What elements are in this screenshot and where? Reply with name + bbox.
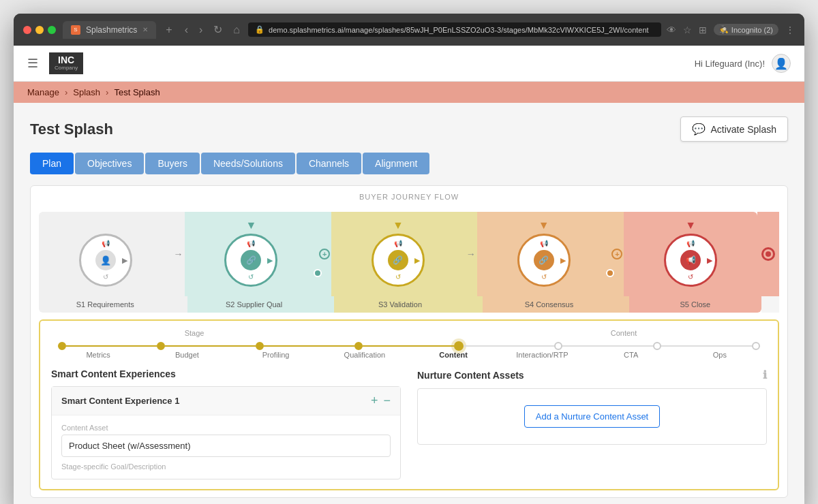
bookmark-icon[interactable]: ☆	[683, 25, 692, 35]
tab-objectives[interactable]: Objectives	[75, 153, 144, 174]
line-4	[363, 345, 453, 347]
stage-s1: 📢 ▶ ↺ 👤	[39, 212, 172, 296]
journey-end	[757, 212, 779, 296]
eye-slash-icon[interactable]: 👁	[667, 25, 676, 35]
browser-tab[interactable]: S Splashmetrics ✕	[63, 21, 156, 39]
breadcrumb-sep-1: ›	[65, 87, 67, 97]
window-controls	[23, 26, 56, 34]
progress-section: Stage Content	[39, 319, 779, 490]
new-tab-button[interactable]: +	[163, 24, 175, 36]
label-ops: Ops	[676, 351, 764, 359]
stage-s5-wheel[interactable]: 📢 ▶ ↺ 📢	[664, 234, 717, 287]
step-content[interactable]	[454, 341, 464, 351]
header-left: ☰ INC Company	[27, 52, 83, 74]
user-avatar-button[interactable]: 👤	[772, 54, 791, 73]
hamburger-menu-button[interactable]: ☰	[27, 56, 38, 71]
step-cta[interactable]	[653, 342, 661, 350]
step-metrics[interactable]	[58, 342, 66, 350]
s4-icon-bottom: ↺	[541, 273, 547, 281]
s4-icon-top: 📢	[540, 240, 548, 247]
s1-center-icon: 👤	[95, 250, 116, 270]
header-right: Hi Lifeguard (Inc)! 👤	[695, 54, 791, 73]
refresh-button[interactable]: ↻	[211, 20, 225, 39]
arrow-s3-s4: →	[465, 212, 477, 296]
activate-splash-button[interactable]: 💬 Activate Splash	[680, 116, 789, 142]
arrow-s4-s5: +	[610, 212, 624, 296]
experience-action-icons: + −	[371, 394, 391, 408]
s2-label: S2 Supplier Qual	[187, 296, 320, 313]
experience-body: Content Asset Product Sheet (w/Assessmen…	[52, 415, 400, 479]
incognito-label: Incognito (2)	[731, 26, 773, 34]
back-button[interactable]: ‹	[182, 21, 191, 39]
nurture-section: Nurture Content Assets ℹ Add a Nurture C…	[417, 368, 767, 479]
logo-text: INC	[55, 55, 78, 65]
funnel-s3: ▼	[393, 217, 404, 234]
smart-content-section: Smart Content Experiences Smart Content …	[51, 368, 401, 479]
tab-channels[interactable]: Channels	[297, 153, 361, 174]
step-interaction[interactable]	[554, 342, 562, 350]
s3-arrow-right: ▶	[414, 256, 420, 265]
tab-grid-icon[interactable]: ⊞	[699, 25, 707, 35]
step-qualification[interactable]	[354, 342, 363, 350]
add-nurture-button[interactable]: Add a Nurture Content Asset	[524, 405, 660, 428]
address-bar[interactable]: 🔒 demo.splashmetrics.ai/manage/splashes/…	[248, 22, 661, 37]
tab-alignment[interactable]: Alignment	[363, 153, 429, 174]
add-experience-button[interactable]: +	[371, 394, 378, 408]
content-section-label: Content	[409, 329, 767, 337]
step-dot-profiling	[256, 342, 264, 350]
incognito-icon: 🕵	[719, 25, 729, 34]
more-menu-icon[interactable]: ⋮	[785, 25, 795, 35]
remove-experience-button[interactable]: −	[383, 394, 391, 408]
step-dot-interaction	[554, 342, 562, 350]
s1-icon-top: 📢	[102, 240, 110, 247]
breadcrumb-manage[interactable]: Manage	[27, 87, 59, 97]
stage-labels-row: S1 Requirements S2 Supplier Qual S3 Vali…	[31, 296, 787, 313]
nurture-info-icon[interactable]: ℹ	[763, 368, 767, 381]
add-stage-s4-button[interactable]: +	[611, 249, 622, 259]
goal-label: Stage-specific Goal/Description	[61, 462, 391, 471]
stage-s3: ▼ 📢 ▶ ↺ 🔗	[331, 212, 465, 296]
stage-s4-wheel[interactable]: 📢 ▶ ↺ 🔗	[517, 234, 571, 287]
stage-s3-wheel[interactable]: 📢 ▶ ↺ 🔗	[372, 234, 425, 287]
s1-icon-bottom: ↺	[103, 273, 108, 281]
funnel-s5-icon: ▼	[685, 219, 696, 232]
progress-section-labels: Stage Content	[51, 329, 767, 337]
funnel-s4: ▼	[539, 217, 549, 234]
forward-button[interactable]: ›	[196, 21, 205, 39]
home-button[interactable]: ⌂	[230, 21, 243, 39]
tab-close-button[interactable]: ✕	[142, 26, 148, 33]
s4-center-icon: 🔗	[534, 250, 554, 270]
maximize-window-button[interactable]	[48, 26, 56, 34]
experience-header: Smart Content Experience 1 + −	[52, 387, 400, 415]
breadcrumb-splash[interactable]: Splash	[73, 87, 100, 97]
user-greeting: Hi Lifeguard (Inc)!	[695, 59, 765, 69]
s3-center-icon: 🔗	[388, 250, 408, 270]
activate-button-label: Activate Splash	[711, 124, 777, 135]
s5-label: S5 Close	[629, 296, 761, 313]
step-labels-row: Metrics Budget Profiling Qualification C…	[51, 351, 767, 359]
tab-bar: Plan Objectives Buyers Needs/Solutions C…	[30, 153, 788, 174]
minimize-window-button[interactable]	[35, 26, 44, 34]
step-ops[interactable]	[752, 342, 760, 350]
breadcrumb-sep-2: ›	[106, 87, 108, 97]
end-target-center	[766, 251, 771, 257]
step-dot-cta	[653, 342, 661, 350]
step-profiling[interactable]	[256, 342, 264, 350]
main-content: Test Splash 💬 Activate Splash Plan Objec…	[14, 103, 804, 504]
stage-s2-wheel[interactable]: 📢 ▶ ↺ 🔗	[224, 234, 277, 287]
close-window-button[interactable]	[23, 26, 31, 34]
s3-label: S3 Validation	[334, 296, 466, 313]
stage-s5: ▼ 📢 ▶ ↺ 📢	[624, 212, 757, 296]
add-stage-button[interactable]: +	[319, 249, 330, 259]
tab-title: Splashmetrics	[86, 25, 137, 35]
tab-needs-solutions[interactable]: Needs/Solutions	[201, 153, 295, 174]
tab-buyers[interactable]: Buyers	[145, 153, 200, 174]
content-asset-value[interactable]: Product Sheet (w/Assessment)	[61, 435, 391, 457]
step-budget[interactable]	[157, 342, 165, 350]
stage-s1-wheel[interactable]: 📢 ▶ ↺ 👤	[79, 234, 132, 287]
content-asset-label: Content Asset	[61, 424, 391, 432]
line-2	[165, 345, 256, 347]
label-interaction: Interaction/RTP	[498, 351, 586, 359]
tab-plan[interactable]: Plan	[30, 153, 74, 174]
step-dot-ops	[752, 342, 760, 350]
